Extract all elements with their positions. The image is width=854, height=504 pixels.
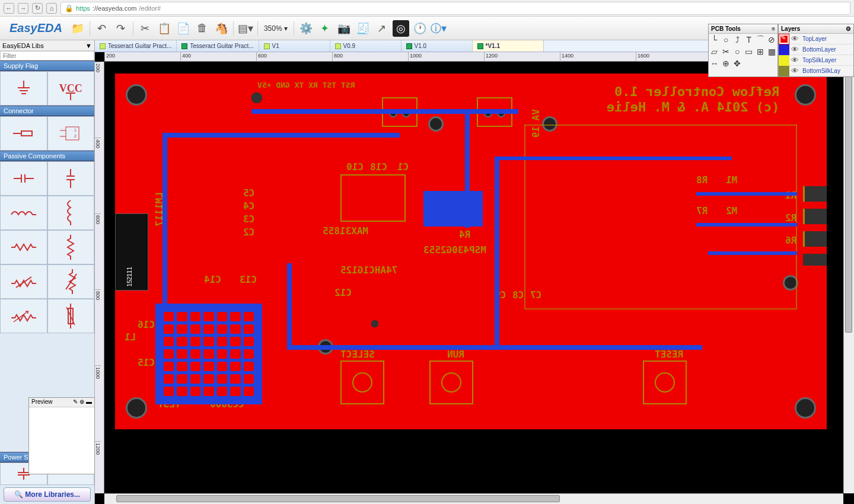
lock-icon: 🔒 (65, 4, 74, 12)
url-path: /editor# (139, 5, 161, 12)
mounting-hole (126, 397, 147, 419)
doc-tab-5[interactable]: *V1.1 (473, 40, 544, 52)
tool-track[interactable]: └ (709, 34, 720, 46)
layer-row-TopSilkLayer[interactable]: 👁TopSilkLayer (779, 55, 853, 66)
home-button[interactable]: ⌂ (46, 3, 57, 14)
tool-image[interactable]: ⊞ (754, 46, 766, 58)
eye-icon[interactable]: 👁 (789, 66, 800, 75)
gear-icon[interactable]: ⚙ (846, 25, 851, 32)
reload-button[interactable]: ↻ (32, 3, 43, 14)
panel-menu-icon[interactable]: ≡ (772, 25, 775, 32)
layer-row-TopLayer[interactable]: ✎👁TopLayer (779, 34, 853, 44)
tool-hole[interactable]: ⊘ (766, 34, 777, 46)
lib-cap1[interactable] (0, 161, 47, 196)
tool-copper[interactable]: ▦ (766, 46, 777, 58)
section-connector[interactable]: Connector (0, 106, 94, 116)
hole (542, 116, 557, 132)
section-supply[interactable]: Supply Flag (0, 60, 94, 71)
tool-poly[interactable]: ▭ (743, 46, 754, 58)
steam-button[interactable]: ◎ (393, 20, 409, 37)
pcb-tools-panel: PCB Tools≡ └ ○ ⤴ T ⌒ ⊘ ▱ ✂ ○ ▭ ⊞ ▦ ↔ ⊕ ✥ (708, 24, 778, 77)
tool-via[interactable]: ⤴ (732, 34, 743, 46)
lib-var2[interactable] (47, 264, 95, 299)
cc3000-module: for(let i=0;i<49;i++)document.write('<di… (155, 304, 262, 404)
filter-input[interactable] (0, 51, 94, 60)
share-button[interactable]: ✦ (317, 20, 333, 37)
back-button[interactable]: ← (4, 3, 14, 14)
libs-dropdown[interactable]: EasyEDA Libs▼ (0, 40, 94, 51)
zoom-level[interactable]: 350% ▾ (262, 24, 290, 33)
pcb-icon (477, 43, 483, 49)
scrollbar-horizontal[interactable] (104, 493, 843, 504)
doc-tab-2[interactable]: V1 (259, 40, 330, 52)
doc-tab-4[interactable]: V1.0 (401, 40, 473, 52)
tool-drag[interactable]: ✥ (732, 58, 743, 69)
lib-vcc[interactable]: VCC (47, 71, 95, 106)
doc-tab-1[interactable]: Tesseract Guitar Pract... (177, 40, 259, 52)
align-button[interactable]: ▤▾ (237, 20, 254, 37)
pcb-viewport[interactable]: Reflow Controller 1.0 (c) 2014 A. & M. H… (104, 62, 854, 493)
svg-rect-6 (21, 131, 32, 136)
scrollbar-vertical[interactable] (843, 62, 854, 493)
layer-row-BottomLayer[interactable]: 👁BottomLayer (779, 44, 853, 55)
eye-icon[interactable]: 👁 (789, 34, 800, 43)
app-logo[interactable]: EasyEDA (5, 19, 67, 38)
canvas-area: Tesseract Guitar Pract...Tesseract Guita… (95, 40, 854, 504)
tool-origin[interactable]: ⊕ (720, 58, 731, 69)
tool-rect[interactable]: ▱ (709, 46, 720, 58)
history-button[interactable]: 🕐 (412, 20, 428, 37)
hole (428, 116, 444, 132)
undo-button[interactable]: ↶ (94, 20, 110, 37)
settings-button[interactable]: ⚙️ (298, 20, 314, 37)
more-libraries-button[interactable]: 🔍 More Libraries... (4, 487, 91, 502)
doc-tab-0[interactable]: Tesseract Guitar Pract... (95, 40, 177, 52)
tool-pad[interactable]: ○ (720, 34, 731, 46)
tool-circle[interactable]: ○ (732, 46, 743, 58)
tool-measure[interactable]: ✂ (720, 46, 731, 58)
export-button[interactable]: ↗ (374, 20, 390, 37)
lib-fuse[interactable] (47, 299, 95, 333)
mounting-hole (795, 397, 816, 419)
pcb-icon (406, 43, 412, 49)
section-passive[interactable]: Passive Components (0, 151, 94, 161)
layer-color-swatch (779, 44, 789, 55)
redo-button[interactable]: ↷ (113, 20, 129, 37)
board-copyright: (c) 2014 A. & M. Helie (607, 100, 779, 114)
cut-button[interactable]: ✂ (137, 20, 154, 37)
eye-icon[interactable]: 👁 (789, 56, 800, 65)
info-button[interactable]: ⓘ▾ (431, 20, 447, 37)
lib-var1[interactable] (0, 264, 47, 299)
layer-row-BottomSilkLay[interactable]: 👁BottomSilkLay (779, 66, 853, 76)
schematic-icon (335, 43, 341, 49)
ic-max31855 (340, 174, 406, 222)
tool-text[interactable]: T (743, 34, 754, 46)
lib-conn2[interactable]: 12 (47, 116, 95, 151)
svg-rect-8 (66, 127, 79, 140)
eye-icon[interactable]: 👁 (789, 45, 800, 54)
delete-button[interactable]: 🗑 (194, 20, 211, 37)
find-button[interactable]: 🐴 (213, 20, 230, 37)
preview-tools[interactable]: ✎ ⊕ ▬ (73, 398, 92, 406)
layer-color-swatch: ✎ (779, 34, 789, 44)
open-file-button[interactable]: 📁 (69, 20, 86, 37)
copy-button[interactable]: 📋 (156, 20, 173, 37)
btn-select (340, 361, 384, 404)
doc-tab-3[interactable]: V0.9 (330, 40, 401, 52)
schematic-icon (264, 43, 270, 49)
lib-res1[interactable] (0, 230, 47, 264)
tool-dim[interactable]: ↔ (709, 58, 720, 69)
btn-reset (643, 361, 687, 404)
tool-arc[interactable]: ⌒ (754, 34, 766, 46)
lib-pot1[interactable] (0, 299, 47, 333)
lib-gnd[interactable] (0, 71, 47, 106)
screenshot-button[interactable]: 📷 (336, 20, 352, 37)
url-bar[interactable]: 🔒 https://easyeda.com/editor# (60, 2, 850, 15)
lib-ind1[interactable] (0, 196, 47, 230)
forward-button[interactable]: → (18, 3, 28, 14)
lib-cap2[interactable] (47, 161, 95, 196)
paste-button[interactable]: 📄 (175, 20, 192, 37)
lib-res2[interactable] (47, 230, 95, 264)
bom-button[interactable]: 🧾 (355, 20, 371, 37)
lib-conn1[interactable] (0, 116, 47, 151)
lib-ind2[interactable] (47, 196, 95, 230)
